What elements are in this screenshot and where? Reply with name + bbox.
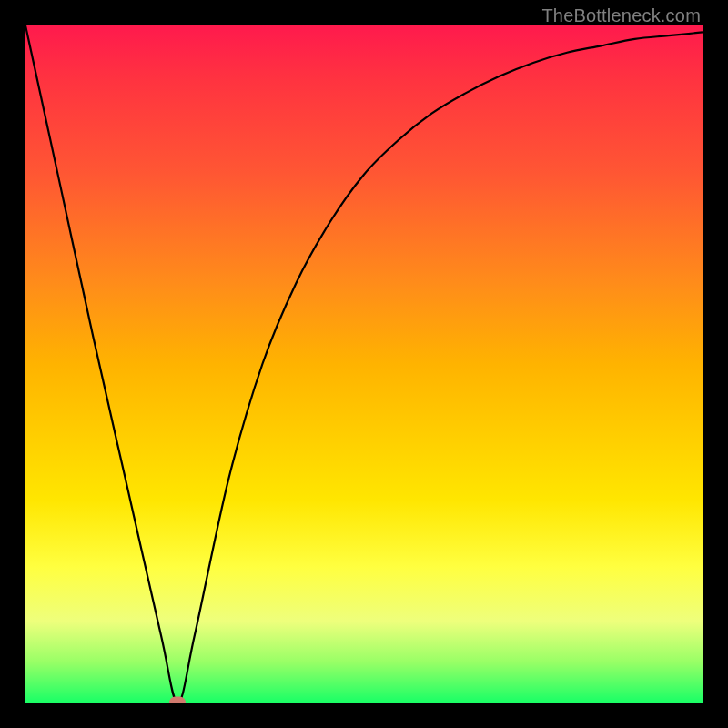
chart-container: TheBottleneck.com bbox=[0, 0, 728, 728]
bottleneck-curve-path bbox=[25, 25, 703, 703]
optimum-marker bbox=[169, 697, 186, 703]
plot-area bbox=[25, 25, 703, 703]
curve-svg bbox=[25, 25, 703, 703]
attribution-text: TheBottleneck.com bbox=[541, 5, 701, 26]
